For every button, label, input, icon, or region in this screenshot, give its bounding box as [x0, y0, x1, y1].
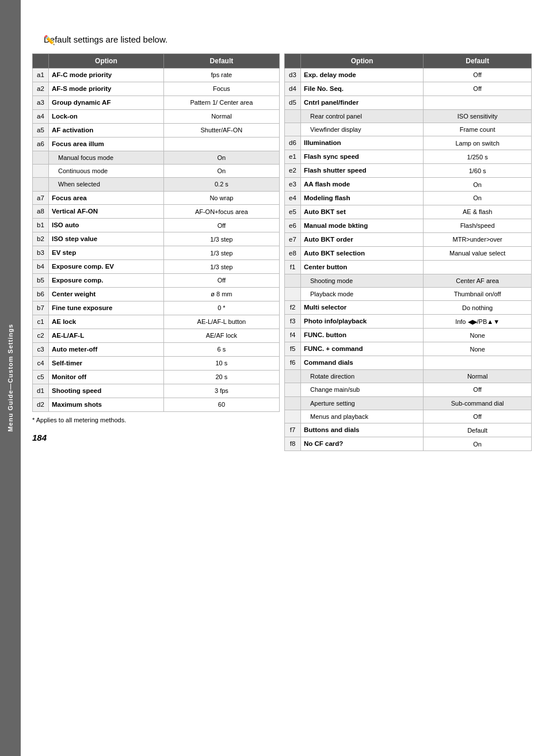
note-icon-area: ✏️: [41, 32, 58, 48]
row-code: [33, 178, 49, 191]
row-option: Illumination: [301, 136, 424, 150]
row-default: 0.2 s: [163, 178, 279, 191]
table-row: b4Exposure comp. EV1/3 step: [33, 260, 280, 274]
row-option: Lock-on: [49, 109, 164, 123]
row-option: Focus area illum: [49, 137, 164, 151]
table-row: c4Self-timer10 s: [33, 356, 280, 370]
row-option: Fine tune exposure: [49, 301, 164, 315]
row-option: Cntrl panel/finder: [301, 96, 424, 109]
table-row: b1ISO autoOff: [33, 219, 280, 232]
row-option: AF activation: [49, 123, 164, 137]
row-code: [285, 383, 301, 396]
row-code: f3: [285, 315, 301, 329]
table-row: Rotate directionNormal: [285, 370, 532, 383]
row-option: Manual mode bkting: [301, 219, 424, 233]
row-code: b4: [33, 260, 49, 274]
row-option: When selected: [49, 178, 164, 191]
row-option: Buttons and dials: [301, 423, 424, 437]
row-code: b1: [33, 219, 49, 232]
row-code: e6: [285, 219, 301, 233]
row-code: d4: [285, 82, 301, 96]
row-code: c4: [33, 356, 49, 370]
row-default: Off: [424, 68, 532, 82]
row-option: Focus area: [49, 191, 164, 205]
row-default: Info ◀▶/PB▲▼: [424, 315, 532, 329]
row-option: Auto BKT order: [301, 232, 424, 246]
left-table-container: Option Default a1AF-C mode priorityfps r…: [32, 54, 280, 442]
row-default: AE/AF lock: [163, 329, 279, 342]
table-row: e3AA flash modeOn: [285, 178, 532, 192]
row-default: Off: [163, 274, 279, 288]
row-option: Shooting speed: [49, 384, 164, 398]
row-default: Off: [424, 82, 532, 96]
intro-text: Default settings are listed below.: [44, 35, 532, 44]
row-default: Flash/speed: [424, 219, 532, 233]
row-default: 10 s: [163, 356, 279, 370]
row-default: None: [424, 342, 532, 356]
row-option: Maximum shots: [49, 398, 164, 411]
table-row: a4Lock-onNormal: [33, 109, 280, 123]
row-option: AE-L/AF-L: [49, 329, 164, 342]
row-code: b7: [33, 301, 49, 315]
table-row: d2Maximum shots60: [33, 398, 280, 411]
row-code: f2: [285, 301, 301, 315]
table-row: Rear control panelISO sensitivity: [285, 109, 532, 123]
row-code: e7: [285, 232, 301, 246]
row-option: AF-C mode priority: [49, 68, 164, 82]
row-default: On: [424, 192, 532, 205]
table-row: Playback modeThumbnail on/off: [285, 288, 532, 301]
table-row: e6Manual mode bktingFlash/speed: [285, 219, 532, 233]
row-default: fps rate: [163, 68, 279, 82]
row-option: Group dynamic AF: [49, 96, 164, 109]
page-number: 184: [32, 433, 280, 442]
left-col-default-header: Default: [163, 54, 279, 68]
row-default: On: [163, 164, 279, 177]
table-row: a8Vertical AF-ONAF-ON+focus area: [33, 205, 280, 219]
row-code: a5: [33, 123, 49, 137]
row-code: a4: [33, 109, 49, 123]
right-col-option-header: Option: [301, 54, 424, 68]
row-code: e2: [285, 164, 301, 178]
row-code: b5: [33, 274, 49, 288]
row-code: [285, 410, 301, 423]
table-row: f8No CF card?On: [285, 437, 532, 451]
row-code: a6: [33, 137, 49, 151]
row-code: b2: [33, 232, 49, 246]
row-default: Default: [424, 423, 532, 437]
row-option: Self-timer: [49, 356, 164, 370]
table-row: f6Command dials: [285, 356, 532, 370]
row-option: Exposure comp. EV: [49, 260, 164, 274]
row-default: AE-L/AF-L button: [163, 315, 279, 329]
table-row: c1AE lockAE-L/AF-L button: [33, 315, 280, 329]
row-option: Rear control panel: [301, 109, 424, 123]
row-option: Continuous mode: [49, 164, 164, 177]
table-row: f5FUNC. + commandNone: [285, 342, 532, 356]
row-code: e8: [285, 246, 301, 260]
right-table-container: Option Default d3Exp. delay modeOffd4Fil…: [284, 54, 532, 451]
row-code: d5: [285, 96, 301, 109]
row-option: Monitor off: [49, 370, 164, 384]
row-default: Shutter/AF-ON: [163, 123, 279, 137]
row-default: 1/3 step: [163, 246, 279, 260]
table-row: Viewfinder displayFrame count: [285, 123, 532, 136]
table-row: b7Fine tune exposure0 *: [33, 301, 280, 315]
table-row: a2AF-S mode priorityFocus: [33, 82, 280, 96]
row-code: e1: [285, 150, 301, 164]
row-default: Manual value select: [424, 246, 532, 260]
row-code: e3: [285, 178, 301, 192]
row-code: [285, 123, 301, 136]
row-code: f6: [285, 356, 301, 370]
table-row: c5Monitor off20 s: [33, 370, 280, 384]
right-col-code-header: [285, 54, 301, 68]
row-option: Viewfinder display: [301, 123, 424, 136]
row-option: Multi selector: [301, 301, 424, 315]
row-default: 1/250 s: [424, 150, 532, 164]
table-row: Shooting modeCenter AF area: [285, 274, 532, 287]
row-default: 3 fps: [163, 384, 279, 398]
table-row: c2AE-L/AF-LAE/AF lock: [33, 329, 280, 342]
row-code: c2: [33, 329, 49, 342]
table-row: f7Buttons and dialsDefault: [285, 423, 532, 437]
table-row: e1Flash sync speed1/250 s: [285, 150, 532, 164]
row-option: Flash sync speed: [301, 150, 424, 164]
row-option: No CF card?: [301, 437, 424, 451]
